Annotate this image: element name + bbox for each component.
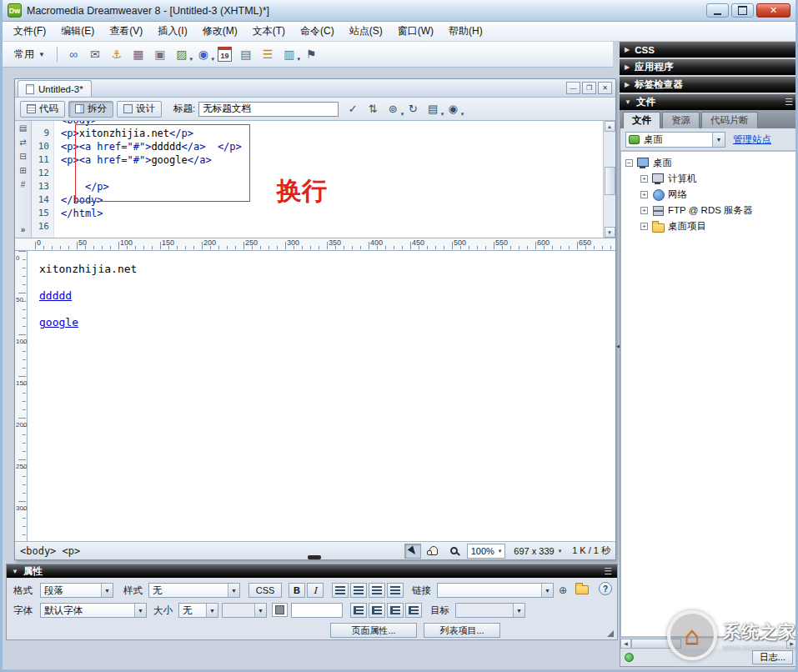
link-combo[interactable]: ▼ <box>437 583 554 598</box>
visual-aids-icon[interactable]: ◉▾ <box>444 101 462 118</box>
maximize-button[interactable] <box>731 3 754 18</box>
scroll-track[interactable] <box>631 639 786 649</box>
browse-folder-icon[interactable] <box>575 581 589 596</box>
minimize-button[interactable] <box>706 3 729 18</box>
insertbar-category-dropdown[interactable]: 常用 ▼ <box>9 46 50 63</box>
menu-item-9[interactable]: 帮助(H) <box>441 22 490 41</box>
help-icon[interactable]: ? <box>599 582 612 595</box>
head-script-icon[interactable]: ▥▾ <box>280 45 299 63</box>
panel-application[interactable]: ▶应用程序 <box>620 59 798 75</box>
files-tab-1[interactable]: 资源 <box>662 112 700 128</box>
code-scrollbar[interactable]: ▲ ▼ <box>603 121 615 238</box>
tree-item[interactable]: +网络 <box>625 187 796 203</box>
panel-css[interactable]: ▶CSS <box>620 42 798 58</box>
zoom-tool[interactable] <box>446 544 463 559</box>
align-justify-button[interactable] <box>387 583 404 598</box>
bold-button[interactable]: B <box>289 583 305 598</box>
site-select[interactable]: 桌面 ▼ <box>625 132 725 148</box>
tree-item[interactable]: +桌面项目 <box>625 218 796 234</box>
panel-menu-icon[interactable]: ☰ <box>785 97 793 108</box>
image-icon[interactable]: ▨▾ <box>173 45 191 63</box>
splitter-grip[interactable] <box>308 555 321 559</box>
doc-title-input[interactable] <box>198 102 339 117</box>
hyperlink-icon[interactable]: ∞ <box>64 45 83 63</box>
expand-all-icon[interactable]: ⊞ <box>17 165 30 176</box>
collapse-full-tag-icon[interactable]: ⇄ <box>17 137 30 148</box>
point-to-file-icon[interactable]: ⊕ <box>559 583 567 598</box>
align-right-button[interactable] <box>369 583 385 598</box>
expand-icon[interactable]: + <box>640 223 648 230</box>
align-left-button[interactable] <box>332 583 349 598</box>
outdent-button[interactable] <box>387 603 404 618</box>
design-link-google[interactable]: google <box>39 316 78 328</box>
unordered-list-button[interactable] <box>350 603 367 618</box>
menu-item-3[interactable]: 插入(I) <box>150 22 194 41</box>
align-center-button[interactable] <box>350 583 367 598</box>
menu-item-5[interactable]: 文本(T) <box>245 22 293 41</box>
collapse-icon[interactable]: − <box>625 159 633 167</box>
code-line-16[interactable]: 16 <box>32 220 603 233</box>
menu-item-6[interactable]: 命令(C) <box>293 22 342 41</box>
connection-status-icon[interactable] <box>625 653 634 662</box>
style-select[interactable]: 无▼ <box>148 583 240 598</box>
format-select[interactable]: 段落▼ <box>40 583 113 598</box>
code-line-9[interactable]: 9<p>xitonzhijia.net</p> <box>32 127 603 140</box>
zoom-level-select[interactable]: 100%▾ <box>467 544 506 559</box>
menu-item-1[interactable]: 编辑(E) <box>53 22 102 41</box>
scroll-left-icon[interactable]: ◀ <box>620 639 631 649</box>
hand-tool[interactable] <box>425 544 442 559</box>
files-hscrollbar[interactable]: ◀ ▶ <box>620 637 797 649</box>
insert-div-icon[interactable]: ▣ <box>151 45 169 63</box>
ordered-list-button[interactable] <box>369 603 385 618</box>
refresh-icon[interactable]: ↻ <box>404 101 422 118</box>
log-button[interactable]: 日志... <box>752 650 793 664</box>
close-button[interactable]: ✕ <box>756 3 790 18</box>
scroll-down-icon[interactable]: ▼ <box>605 227 615 238</box>
window-size-select[interactable]: 697 x 339▾ <box>509 544 565 559</box>
scroll-up-icon[interactable]: ▲ <box>605 121 615 132</box>
indent-button[interactable] <box>405 603 422 618</box>
design-view[interactable]: 050100150200250300 xitonzhijia.net ddddd… <box>15 251 615 543</box>
design-link-ddddd[interactable]: ddddd <box>39 289 72 302</box>
design-canvas[interactable]: xitonzhijia.net ddddd google <box>28 251 615 543</box>
target-select[interactable]: ▼ <box>455 603 525 618</box>
files-tab-2[interactable]: 代码片断 <box>701 112 758 128</box>
tree-item[interactable]: +计算机 <box>625 171 796 187</box>
menu-item-8[interactable]: 窗口(W) <box>390 22 441 41</box>
view-options-icon[interactable]: ▤▾ <box>424 101 442 118</box>
scroll-thumb[interactable] <box>605 167 615 195</box>
css-button[interactable]: CSS <box>248 583 282 598</box>
panel-files[interactable]: ▼文件☰ <box>620 94 798 110</box>
page-properties-button[interactable]: 页面属性... <box>330 623 417 638</box>
open-documents-icon[interactable]: ▤ <box>17 123 30 133</box>
select-tool[interactable] <box>404 544 421 559</box>
code-view[interactable]: ▤⇄⊟⊞#» <body>9<p>xitonzhijia.net</p>10<p… <box>15 121 615 238</box>
expand-icon[interactable]: + <box>640 191 648 198</box>
text-color-picker[interactable] <box>272 603 288 617</box>
font-select[interactable]: 默认字体▼ <box>40 603 147 618</box>
preview-debug-icon[interactable]: ⊚▾ <box>384 101 402 118</box>
color-value-input[interactable] <box>291 603 343 618</box>
design-view-button[interactable]: 设计 <box>117 101 162 118</box>
doc-close-button[interactable]: ✕ <box>598 82 612 94</box>
code-line-15[interactable]: 15</html> <box>32 207 603 220</box>
size-select[interactable]: 无▼ <box>178 603 218 618</box>
code-line-11[interactable]: 11<p><a href="#">google</a> <box>32 153 603 167</box>
panel-menu-icon[interactable]: ☰ <box>604 566 612 577</box>
media-icon[interactable]: ◉▾ <box>194 45 213 63</box>
named-anchor-icon[interactable]: ⚓ <box>108 45 126 63</box>
menu-item-2[interactable]: 查看(V) <box>102 22 150 41</box>
code-line-10[interactable]: 10<p><a href="#">ddddd</a> </p> <box>32 140 603 153</box>
file-management-icon[interactable]: ⇅ <box>364 101 382 118</box>
line-numbers-icon[interactable]: # <box>17 179 30 190</box>
tag-chooser-icon[interactable]: ⚑ <box>302 45 320 63</box>
tree-item[interactable]: +FTP @ RDS 服务器 <box>625 203 796 218</box>
validate-icon[interactable]: ✓ <box>344 101 362 118</box>
menu-item-4[interactable]: 修改(M) <box>195 22 245 41</box>
manage-sites-link[interactable]: 管理站点 <box>733 133 771 146</box>
scroll-thumb[interactable] <box>631 639 681 649</box>
size-unit-select[interactable]: ▼ <box>222 603 267 618</box>
files-tab-0[interactable]: 文件 <box>623 112 660 128</box>
scroll-right-icon[interactable]: ▶ <box>786 639 797 649</box>
properties-expander[interactable] <box>607 630 614 637</box>
